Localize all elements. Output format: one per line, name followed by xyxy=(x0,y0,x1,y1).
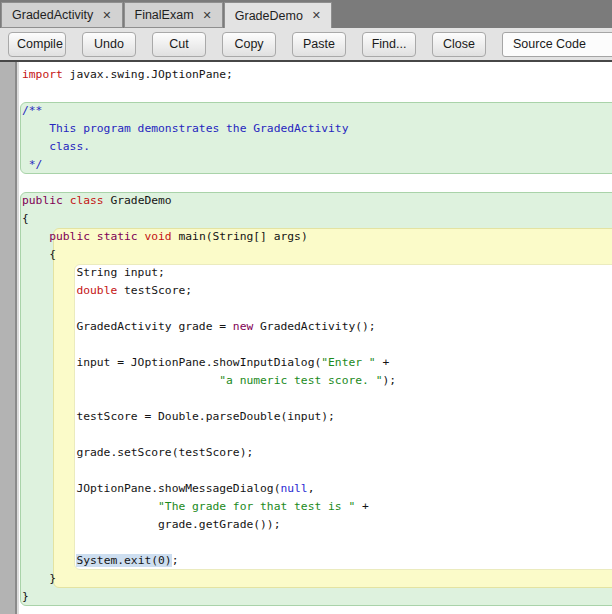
tab-finalexam[interactable]: FinalExam✕ xyxy=(124,2,223,28)
code-token: + xyxy=(355,500,369,513)
code-line: input = JOptionPane.showInputDialog("Ent… xyxy=(19,354,612,372)
code-line: double testScore; xyxy=(19,282,612,300)
code-token: } xyxy=(22,572,56,585)
code-token: main(String[] args) xyxy=(172,230,308,243)
code-line xyxy=(19,84,612,102)
code-token: null xyxy=(280,482,307,495)
tab-gradedemo[interactable]: GradeDemo✕ xyxy=(224,2,332,28)
code-line xyxy=(19,336,612,354)
code-token xyxy=(22,230,49,243)
copy-button[interactable]: Copy xyxy=(222,32,276,57)
code-token: public xyxy=(49,230,90,243)
code-token: ); xyxy=(382,374,396,387)
code-token: /** xyxy=(22,104,42,117)
paste-button[interactable]: Paste xyxy=(292,32,346,57)
code-line: grade.setScore(testScore); xyxy=(19,444,612,462)
code-token xyxy=(90,230,97,243)
code-token: void xyxy=(144,230,171,243)
code-token: testScore; xyxy=(117,284,192,297)
code-line: public static void main(String[] args) xyxy=(19,228,612,246)
code-token: GradeDemo xyxy=(104,194,172,207)
code-token: grade.setScore(testScore); xyxy=(22,446,253,459)
tab-close-icon[interactable]: ✕ xyxy=(312,10,321,21)
code-line: class. xyxy=(19,138,612,156)
code-line: grade.getGrade()); xyxy=(19,516,612,534)
code-token: class xyxy=(70,194,104,207)
code-line: GradedActivity grade = new GradedActivit… xyxy=(19,318,612,336)
code-line: { xyxy=(19,246,612,264)
cut-button[interactable]: Cut xyxy=(152,32,206,57)
tab-label: FinalExam xyxy=(135,8,194,22)
code-token: "a numeric test score. " xyxy=(219,374,382,387)
code-token xyxy=(22,500,158,513)
code-token xyxy=(63,194,70,207)
code-token: testScore = Double.parseDouble(input); xyxy=(22,410,335,423)
code-token: ; xyxy=(172,554,179,567)
code-line: */ xyxy=(19,156,612,174)
code-token: public xyxy=(22,194,63,207)
tab-label: GradeDemo xyxy=(235,9,303,23)
code-token: input = JOptionPane.showInputDialog( xyxy=(22,356,321,369)
breakpoint-gutter[interactable] xyxy=(0,62,19,614)
code-line: public class GradeDemo xyxy=(19,192,612,210)
tab-label: GradedActivity xyxy=(12,8,93,22)
code-line: import javax.swing.JOptionPane; xyxy=(19,66,612,84)
code-line: /** xyxy=(19,102,612,120)
code-line: } xyxy=(19,588,612,606)
code-token: */ xyxy=(22,158,42,171)
code-line xyxy=(19,462,612,480)
code-token: class. xyxy=(22,140,90,153)
code-line: "The grade for that test is " + xyxy=(19,498,612,516)
code-line: System.exit(0); xyxy=(19,552,612,570)
close-button[interactable]: Close xyxy=(432,32,486,57)
code-token: String input; xyxy=(22,266,165,279)
code-token: double xyxy=(76,284,117,297)
view-selector-dropdown[interactable]: Source Code xyxy=(502,32,612,57)
code-line: JOptionPane.showMessageDialog(null, xyxy=(19,480,612,498)
code-token: { xyxy=(22,212,29,225)
selected-code-text: System.exit(0) xyxy=(76,554,171,567)
code-token: import xyxy=(22,68,63,81)
code-line: "a numeric test score. "); xyxy=(19,372,612,390)
code-token: "Enter " xyxy=(321,356,375,369)
code-token: GradedActivity grade = xyxy=(22,320,233,333)
code-token xyxy=(22,374,219,387)
code-token: javax.swing.JOptionPane; xyxy=(63,68,233,81)
code-token xyxy=(22,284,76,297)
view-selector-value: Source Code xyxy=(513,37,586,51)
code-line: This program demonstrates the GradedActi… xyxy=(19,120,612,138)
code-token: "The grade for that test is " xyxy=(158,500,355,513)
code-line: testScore = Double.parseDouble(input); xyxy=(19,408,612,426)
code-token: } xyxy=(22,590,29,603)
toolbar: CompileUndoCutCopyPasteFind...Close Sour… xyxy=(0,28,612,62)
code-token xyxy=(22,554,76,567)
tab-gradedactivity[interactable]: GradedActivity✕ xyxy=(1,2,123,28)
code-token: GradedActivity(); xyxy=(253,320,375,333)
tab-bar: GradedActivity✕FinalExam✕GradeDemo✕ xyxy=(0,0,612,28)
code-lines: import javax.swing.JOptionPane;/** This … xyxy=(19,62,612,614)
code-token: new xyxy=(233,320,253,333)
tab-close-icon[interactable]: ✕ xyxy=(203,10,212,21)
code-token: + xyxy=(376,356,390,369)
code-token: , xyxy=(308,482,315,495)
code-token: { xyxy=(22,248,56,261)
code-editor[interactable]: import javax.swing.JOptionPane;/** This … xyxy=(0,62,612,614)
tab-close-icon[interactable]: ✕ xyxy=(102,10,111,21)
code-token: grade.getGrade()); xyxy=(22,518,280,531)
undo-button[interactable]: Undo xyxy=(82,32,136,57)
code-token: static xyxy=(97,230,138,243)
bluej-editor-window: GradedActivity✕FinalExam✕GradeDemo✕ Comp… xyxy=(0,0,612,614)
code-token: This program demonstrates the GradedActi… xyxy=(22,122,348,135)
code-line xyxy=(19,534,612,552)
find-button[interactable]: Find... xyxy=(362,32,416,57)
code-line xyxy=(19,300,612,318)
code-line xyxy=(19,174,612,192)
code-token: JOptionPane.showMessageDialog( xyxy=(22,482,280,495)
code-line xyxy=(19,426,612,444)
code-line: String input; xyxy=(19,264,612,282)
code-line: } xyxy=(19,570,612,588)
editor-content: import javax.swing.JOptionPane;/** This … xyxy=(19,62,612,614)
code-line: { xyxy=(19,210,612,228)
compile-button[interactable]: Compile xyxy=(8,32,66,57)
code-line xyxy=(19,390,612,408)
